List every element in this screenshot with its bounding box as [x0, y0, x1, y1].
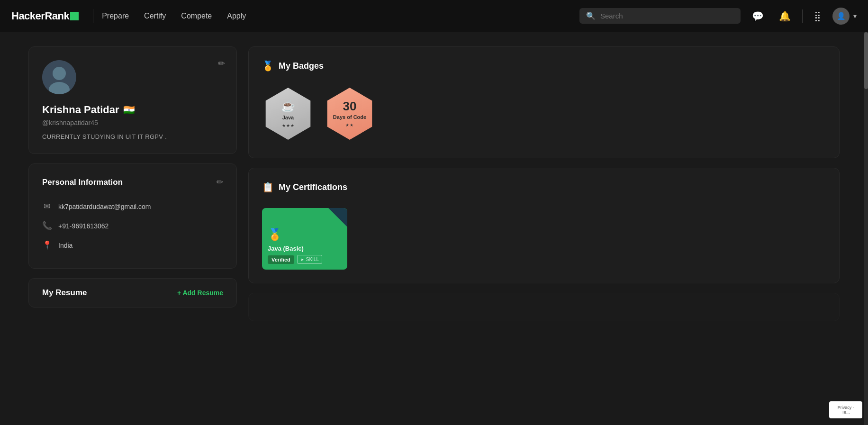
- logo-square: [70, 12, 79, 20]
- location-value: India: [58, 242, 72, 249]
- profile-avatar: [42, 60, 76, 94]
- nav-apply[interactable]: Apply: [227, 12, 246, 20]
- badges-header: 🏅 My Badges: [262, 60, 826, 72]
- navbar: HackerRank Prepare Certify Compete Apply…: [0, 0, 868, 32]
- resume-header: My Resume + Add Resume: [42, 288, 223, 298]
- cert-badge-row: Verified ➤ SKILL: [268, 255, 342, 264]
- personal-info-header: Personal Information ✏: [42, 177, 223, 187]
- nav-right-divider: [802, 9, 803, 23]
- cert-java-basic[interactable]: 🏅 Java (Basic) Verified ➤ SKILL: [262, 208, 347, 270]
- nav-certify[interactable]: Certify: [144, 12, 166, 20]
- right-column: 🏅 My Badges ☕ Java ★★★: [248, 46, 840, 321]
- left-column: ✏ Krishna Patidar 🇮🇳 @krishnapatidar45 C…: [28, 46, 237, 321]
- navbar-right: 🔍 💬 🔔 ⣿ 👤 ▾: [579, 8, 857, 25]
- svg-point-1: [53, 67, 66, 80]
- personal-info-title: Personal Information: [42, 178, 123, 187]
- grid-icon-button[interactable]: ⣿: [810, 9, 825, 24]
- email-icon: ✉: [42, 201, 52, 211]
- recaptcha-text: Privacy · Te...: [838, 405, 854, 415]
- scrollbar-track[interactable]: [864, 32, 868, 425]
- days-stars: ★★: [345, 123, 354, 127]
- cert-skill-label: ➤ SKILL: [297, 255, 322, 264]
- certifications-header: 📋 My Certifications: [262, 181, 826, 193]
- nav-compete[interactable]: Compete: [181, 12, 212, 20]
- bell-icon-button[interactable]: 🔔: [775, 9, 795, 24]
- personal-info-edit-button[interactable]: ✏: [217, 177, 223, 187]
- nav-links: Prepare Certify Compete Apply: [102, 12, 579, 20]
- hex-java-wrapper: ☕ Java ★★★: [262, 88, 314, 140]
- cert-section-icon: 📋: [262, 181, 274, 193]
- java-icon: ☕: [281, 99, 295, 113]
- user-avatar-menu[interactable]: 👤 ▾: [832, 8, 857, 25]
- nav-prepare[interactable]: Prepare: [102, 12, 129, 20]
- cert-name: Java (Basic): [268, 245, 342, 252]
- phone-info: 📞 +91-9691613062: [42, 216, 223, 235]
- flag-icon: 🇮🇳: [123, 104, 135, 116]
- badges-grid: ☕ Java ★★★ 30 Days of Code ★★: [262, 83, 826, 145]
- email-value: kk7patidardudawat@gmail.com: [58, 203, 151, 210]
- search-input[interactable]: [600, 12, 734, 20]
- badge-java[interactable]: ☕ Java ★★★: [262, 88, 314, 140]
- profile-card: ✏ Krishna Patidar 🇮🇳 @krishnapatidar45 C…: [28, 46, 237, 154]
- cert-arrow-icon: ➤: [300, 257, 304, 262]
- badges-card: 🏅 My Badges ☕ Java ★★★: [248, 46, 840, 158]
- resume-card: My Resume + Add Resume: [28, 278, 237, 307]
- message-icon-button[interactable]: 💬: [748, 9, 768, 24]
- phone-icon: 📞: [42, 221, 52, 231]
- location-icon: 📍: [42, 240, 52, 250]
- certifications-grid: 🏅 Java (Basic) Verified ➤ SKILL: [262, 204, 826, 270]
- search-bar[interactable]: 🔍: [579, 8, 741, 24]
- avatar: 👤: [832, 8, 850, 25]
- lower-card: [248, 293, 840, 321]
- java-stars: ★★★: [282, 123, 295, 128]
- profile-username: @krishnapatidar45: [42, 119, 223, 127]
- recaptcha-badge: Privacy · Te...: [829, 401, 862, 418]
- java-label: Java: [282, 115, 294, 121]
- nav-divider: [93, 9, 93, 23]
- phone-value: +91-9691613062: [58, 222, 108, 230]
- resume-title: My Resume: [42, 288, 87, 298]
- certifications-card: 📋 My Certifications 🏅 Java (Basic) Verif…: [248, 168, 840, 283]
- hex-java: ☕ Java ★★★: [262, 88, 314, 140]
- search-icon: 🔍: [586, 11, 596, 20]
- cert-verified-label: Verified: [268, 255, 294, 264]
- scrollbar-thumb: [864, 32, 868, 89]
- hex-30days: 30 Days of Code ★★: [324, 88, 376, 140]
- badge-30days[interactable]: 30 Days of Code ★★: [324, 88, 376, 140]
- email-info: ✉ kk7patidardudawat@gmail.com: [42, 197, 223, 216]
- profile-study: CURRENTLY STUDYING IN UIT IT RGPV .: [42, 133, 223, 140]
- profile-edit-button[interactable]: ✏: [218, 58, 225, 69]
- badges-title: My Badges: [279, 61, 324, 71]
- chevron-down-icon: ▾: [853, 12, 857, 20]
- location-info: 📍 India: [42, 235, 223, 255]
- days-number: 30: [343, 100, 357, 112]
- days-label: Days of Code: [333, 114, 366, 120]
- profile-name: Krishna Patidar 🇮🇳: [42, 104, 223, 116]
- certifications-title: My Certifications: [279, 182, 347, 192]
- personal-info-card: Personal Information ✏ ✉ kk7patidardudaw…: [28, 163, 237, 269]
- cert-bg: 🏅 Java (Basic) Verified ➤ SKILL: [262, 208, 347, 270]
- main-content: ✏ Krishna Patidar 🇮🇳 @krishnapatidar45 C…: [0, 32, 868, 335]
- cert-corner-decoration: [328, 208, 347, 227]
- badge-section-icon: 🏅: [262, 60, 274, 72]
- add-resume-button[interactable]: + Add Resume: [177, 289, 223, 297]
- brand-name: HackerRank: [11, 10, 69, 22]
- logo[interactable]: HackerRank: [11, 10, 79, 22]
- cert-ribbon-icon: 🏅: [268, 228, 342, 241]
- hex-30days-wrapper: 30 Days of Code ★★: [324, 88, 376, 140]
